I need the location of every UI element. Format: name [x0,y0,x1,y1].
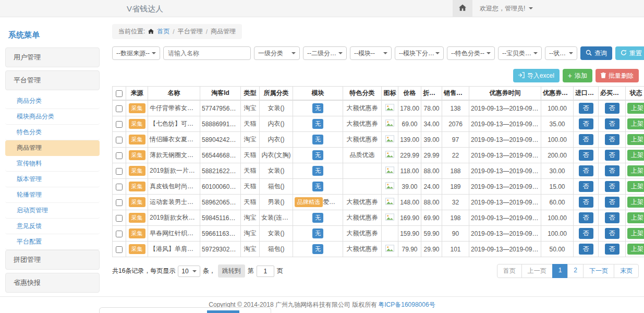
table-row: 采集运动套装男士卫衣初秋...589620659791天猫男装()品牌精选爱上运… [113,195,644,210]
home-button[interactable] [453,0,472,17]
sidebar-item-saving-express[interactable]: 省惠快报 [5,273,100,293]
breadcrumb-home-link[interactable]: 首页 [157,27,169,36]
sidebar-item-goods-management[interactable]: 商品管理 [5,140,100,156]
must-buy-toggle[interactable]: 否 [605,165,619,176]
sidebar-item-feature-category[interactable]: 特色分类 [5,125,100,140]
import-excel-button[interactable]: 导入excel [513,69,560,82]
sidebar-item-module-goods-category[interactable]: 模块商品分类 [5,109,100,125]
sidebar-item-version-management[interactable]: 版本管理 [5,172,100,187]
import-select-toggle[interactable]: 否 [579,244,593,255]
cell-module: 无 [293,148,343,163]
reset-button[interactable]: 重置 [615,46,644,60]
import-select-toggle[interactable]: 否 [579,181,593,192]
status-button[interactable]: 上架 [627,118,644,129]
pager: 首页上一页12下一页末页 [497,264,639,278]
row-checkbox[interactable] [116,184,123,190]
must-buy-toggle[interactable]: 否 [605,118,619,129]
import-select-toggle[interactable]: 否 [579,165,593,176]
cell-icon [382,163,398,179]
row-checkbox[interactable] [116,231,123,237]
name-search-input[interactable] [163,46,251,60]
sidebar-item-user-management[interactable]: 用户管理 [5,47,100,67]
cell-check [113,195,126,210]
sidebar-item-groupbuy-management[interactable]: 拼团管理 [5,250,100,270]
cell-discount-price: 39.00 [421,132,442,148]
jump-button[interactable]: 跳转到 [218,264,245,278]
sidebar-item-platform-config[interactable]: 平台配置 [5,234,100,250]
must-buy-toggle[interactable]: 否 [605,244,619,255]
table-header-row: 来源名称淘客Id类型所属分类模块特色分类图标价格折后价销售数量优惠券时间优惠券金… [113,87,644,101]
per-page-select[interactable]: 10 [178,266,200,277]
row-checkbox[interactable] [116,137,123,143]
status-button[interactable]: 上架 [627,165,644,176]
status-button[interactable]: 上架 [627,244,644,255]
sidebar-item-feedback[interactable]: 意见反馈 [5,219,100,234]
filter-select-data-source[interactable]: --数据来源-- [112,46,160,60]
cell-status: 上架 [626,226,644,242]
cell-taoke-id: 565446685867 [200,148,241,163]
row-checkbox[interactable] [116,168,123,175]
jump-page-input[interactable] [257,266,274,277]
status-button[interactable]: 上架 [627,228,644,239]
cell-name: 薄款无钢圈文胸聚拢性... [148,148,200,163]
filter-select-level1-category[interactable]: 一级分类 [254,46,300,60]
filter-select-value: --特色分类-- [451,49,484,58]
sidebar-item-goods-category[interactable]: 商品分类 [5,93,100,109]
filter-select-module-subcategory[interactable]: --模块下分类-- [395,46,444,60]
row-checkbox[interactable] [116,199,123,206]
trash-icon [601,72,606,80]
import-select-toggle[interactable]: 否 [579,197,593,208]
status-button[interactable]: 上架 [627,212,644,223]
user-menu[interactable]: 欢迎您，管理员! [472,4,540,13]
pager-item-4[interactable]: 下一页 [583,264,614,278]
icp-link[interactable]: 粤ICP备16098006号 [378,300,435,309]
import-select-toggle[interactable]: 否 [579,212,593,223]
cell-must-buy: 否 [599,210,626,226]
select-all-checkbox[interactable] [116,90,123,97]
status-button[interactable]: 上架 [627,181,644,192]
cell-coupon-amount: 100.00 [541,210,574,226]
must-buy-toggle[interactable]: 否 [605,181,619,192]
import-select-toggle[interactable]: 否 [579,150,593,161]
filter-select-item-type[interactable]: --宝贝类型-- [498,46,542,60]
row-checkbox[interactable] [116,121,123,128]
filter-select-feature-category[interactable]: --特色分类-- [447,46,495,60]
pager-item-2[interactable]: 1 [552,264,568,278]
row-checkbox[interactable] [116,215,123,222]
cell-coupon-amount: 100.00 [541,132,574,148]
batch-delete-button[interactable]: 批量删除 [596,69,639,82]
status-button[interactable]: 上架 [627,134,644,145]
row-checkbox[interactable] [116,246,123,253]
sidebar-item-platform-management[interactable]: 平台管理 [5,70,100,90]
row-checkbox[interactable] [116,105,123,112]
sidebar-item-carousel-management[interactable]: 轮播管理 [5,187,100,203]
must-buy-toggle[interactable]: 否 [605,212,619,223]
import-select-toggle[interactable]: 否 [579,118,593,129]
query-button[interactable]: 查询 [580,46,612,60]
must-buy-toggle[interactable]: 否 [605,150,619,161]
import-select-toggle[interactable]: 否 [579,134,593,145]
status-button[interactable]: 上架 [627,197,644,208]
status-button[interactable]: 上架 [627,103,644,114]
cell-taoke-id: 577479560965 [200,100,241,116]
must-buy-toggle[interactable]: 否 [605,197,619,208]
filter-select-module[interactable]: --模块-- [350,46,392,60]
import-select-toggle[interactable]: 否 [579,103,593,114]
pager-item-1[interactable]: 上一页 [521,264,553,278]
filter-select-status[interactable]: --状态-- [545,46,577,60]
must-buy-toggle[interactable]: 否 [605,134,619,145]
must-buy-toggle[interactable]: 否 [605,103,619,114]
pager-item-5[interactable]: 末页 [614,264,639,278]
import-select-toggle[interactable]: 否 [579,228,593,239]
row-checkbox[interactable] [116,152,123,159]
sidebar-item-splash-management[interactable]: 启动页管理 [5,203,100,219]
sidebar-item-promo-materials[interactable]: 宣传物料 [5,156,100,172]
pager-item-0[interactable]: 首页 [497,264,522,278]
status-button[interactable]: 上架 [627,150,644,161]
cell-must-buy: 否 [599,163,626,179]
add-button[interactable]: + 添加 [563,69,592,82]
pager-item-3[interactable]: 2 [567,264,584,278]
must-buy-toggle[interactable]: 否 [605,228,619,239]
cell-module: 无 [293,226,343,242]
filter-select-level2-category[interactable]: --二级分类-- [303,46,347,60]
